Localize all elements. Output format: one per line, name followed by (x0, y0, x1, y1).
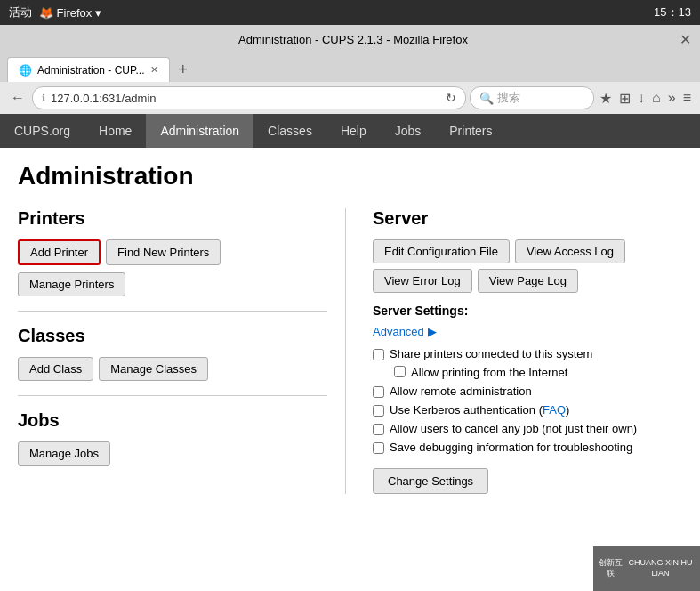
share-printers-label: Share printers connected to this system (390, 347, 592, 360)
toolbar-icons: ★ ⊞ ↓ ⌂ » ≡ (598, 88, 693, 109)
right-column: Server Edit Configuration File View Acce… (346, 208, 682, 494)
os-bar-left: 活动 🦊 Firefox ▾ (9, 4, 101, 20)
url-bar[interactable]: ℹ 127.0.0.1:631/admin ↻ (32, 86, 466, 109)
server-section: Server Edit Configuration File View Acce… (373, 208, 682, 494)
section-divider-1 (18, 311, 327, 312)
debug-checkbox[interactable] (373, 442, 384, 454)
new-tab-button[interactable]: + (173, 61, 194, 79)
screenshot-icon[interactable]: ⊞ (617, 88, 632, 109)
left-column: Printers Add Printer Find New Printers M… (18, 208, 346, 494)
address-bar: ← ℹ 127.0.0.1:631/admin ↻ 🔍 搜索 ★ ⊞ ↓ ⌂ »… (0, 82, 700, 114)
server-settings-label: Server Settings: (373, 304, 682, 318)
active-tab[interactable]: 🌐 Administration - CUP... ✕ (7, 57, 170, 82)
server-buttons: Edit Configuration File View Access Log … (373, 239, 682, 293)
classes-section-title: Classes (18, 326, 327, 346)
nav-jobs[interactable]: Jobs (381, 114, 436, 148)
change-settings-button[interactable]: Change Settings (373, 468, 488, 494)
cups-nav: CUPS.org Home Administration Classes Hel… (0, 114, 700, 148)
manage-jobs-button[interactable]: Manage Jobs (18, 441, 110, 466)
checkbox-share-printers: Share printers connected to this system (373, 347, 682, 360)
allow-internet-checkbox[interactable] (394, 366, 406, 377)
printers-section: Printers Add Printer Find New Printers M… (18, 208, 327, 296)
page-title: Administration (18, 162, 682, 190)
activities-label[interactable]: 活动 (9, 4, 32, 20)
manage-printers-button[interactable]: Manage Printers (18, 272, 125, 296)
debug-label: Save debugging information for troublesh… (390, 441, 632, 454)
kerberos-end: ) (566, 403, 569, 417)
more-tools-icon[interactable]: » (666, 88, 678, 108)
kerberos-label: Use Kerberos authentication (FAQ) (390, 403, 569, 417)
nav-cups-org[interactable]: CUPS.org (0, 114, 84, 148)
search-icon: 🔍 (479, 92, 494, 105)
cancel-jobs-label: Allow users to cancel any job (not just … (390, 422, 637, 435)
add-printer-button[interactable]: Add Printer (18, 239, 101, 265)
close-button[interactable]: ✕ (680, 31, 691, 48)
url-text: 127.0.0.1:631/admin (51, 92, 440, 105)
view-access-log-button[interactable]: View Access Log (515, 239, 625, 263)
browser-title-bar: Administration - CUPS 2.1.3 - Mozilla Fi… (0, 25, 700, 53)
remote-admin-checkbox[interactable] (373, 386, 384, 398)
manage-classes-button[interactable]: Manage Classes (99, 357, 208, 381)
remote-admin-label: Allow remote administration (390, 385, 532, 398)
checkbox-kerberos: Use Kerberos authentication (FAQ) (373, 403, 682, 417)
checkbox-allow-internet: Allow printing from the Internet (394, 366, 682, 379)
download-icon[interactable]: ↓ (636, 88, 647, 108)
jobs-buttons: Manage Jobs (18, 441, 327, 466)
classes-section: Classes Add Class Manage Classes (18, 326, 327, 381)
os-bar: 活动 🦊 Firefox ▾ 15：13 (0, 0, 700, 25)
search-placeholder: 搜索 (497, 90, 520, 106)
server-section-title: Server (373, 208, 682, 229)
printers-section-title: Printers (18, 208, 327, 229)
allow-internet-label: Allow printing from the Internet (411, 366, 567, 379)
home-icon[interactable]: ⌂ (650, 88, 663, 108)
cancel-jobs-checkbox[interactable] (373, 424, 384, 435)
checkbox-remote-admin: Allow remote administration (373, 385, 682, 398)
kerberos-text: Use Kerberos authentication ( (390, 403, 543, 417)
advanced-arrow: ▶ (428, 325, 437, 338)
jobs-section-title: Jobs (18, 410, 327, 431)
two-column-layout: Printers Add Printer Find New Printers M… (18, 208, 682, 494)
tab-label: Administration - CUP... (37, 64, 145, 77)
advanced-label: Advanced (373, 325, 424, 338)
browser-title: Administration - CUPS 2.1.3 - Mozilla Fi… (27, 33, 680, 46)
back-button[interactable]: ← (7, 88, 28, 108)
nav-printers[interactable]: Printers (435, 114, 506, 148)
manage-printers-group: Manage Printers (18, 272, 327, 296)
kerberos-checkbox[interactable] (373, 405, 384, 417)
nav-help[interactable]: Help (326, 114, 381, 148)
jobs-section: Jobs Manage Jobs (18, 410, 327, 466)
add-class-button[interactable]: Add Class (18, 357, 93, 381)
nav-classes[interactable]: Classes (253, 114, 326, 148)
watermark-line1: 创新互联 (597, 558, 624, 579)
bookmark-icon[interactable]: ★ (598, 88, 614, 109)
nav-administration[interactable]: Administration (146, 114, 253, 148)
refresh-button[interactable]: ↻ (446, 91, 456, 105)
page-content: Administration Printers Add Printer Find… (0, 148, 700, 591)
classes-buttons: Add Class Manage Classes (18, 357, 327, 381)
share-printers-checkbox[interactable] (373, 349, 384, 360)
os-time: 15：13 (654, 4, 691, 20)
watermark: 创新互联 CHUANG XIN HU LIAN (593, 546, 700, 591)
search-box[interactable]: 🔍 搜索 (470, 86, 594, 109)
checkbox-debug: Save debugging information for troublesh… (373, 441, 682, 454)
view-error-log-button[interactable]: View Error Log (373, 269, 472, 293)
nav-home[interactable]: Home (84, 114, 146, 148)
tab-close-button[interactable]: ✕ (150, 64, 158, 76)
faq-link[interactable]: FAQ (543, 403, 566, 417)
menu-icon[interactable]: ≡ (681, 88, 693, 108)
firefox-label[interactable]: 🦊 Firefox ▾ (39, 6, 101, 20)
watermark-line2: CHUANG XIN HU LIAN (624, 558, 696, 579)
tab-favicon: 🌐 (19, 64, 32, 77)
view-page-log-button[interactable]: View Page Log (478, 269, 578, 293)
section-divider-2 (18, 395, 327, 396)
printers-buttons: Add Printer Find New Printers (18, 239, 327, 265)
advanced-link[interactable]: Advanced ▶ (373, 325, 682, 338)
tab-bar: 🌐 Administration - CUP... ✕ + (0, 53, 700, 82)
checkbox-cancel-jobs: Allow users to cancel any job (not just … (373, 422, 682, 435)
edit-config-button[interactable]: Edit Configuration File (373, 239, 510, 263)
url-info-icon: ℹ (42, 93, 45, 104)
find-new-printers-button[interactable]: Find New Printers (106, 239, 221, 265)
